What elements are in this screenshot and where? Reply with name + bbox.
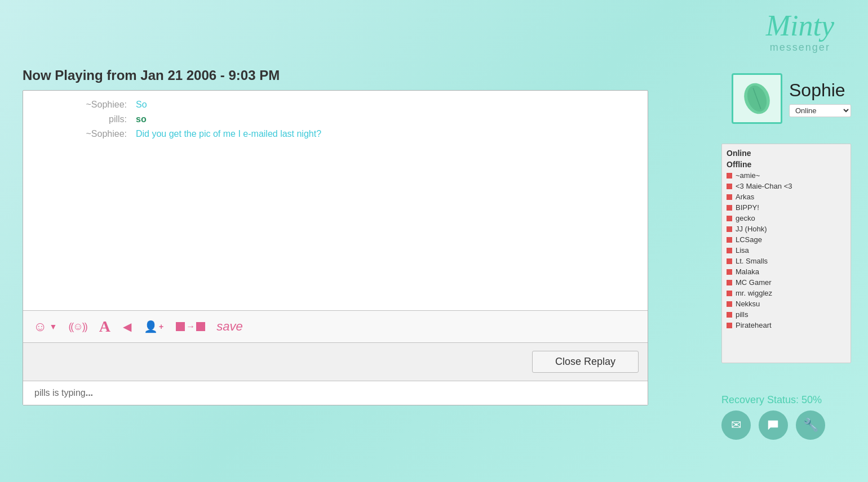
table-row: ~Sophiee: So [34,100,636,110]
contact-status-dot [727,323,732,328]
dropdown-arrow[interactable]: ▼ [50,322,57,331]
message-sender: pills: [34,114,136,124]
chat-messages: ~Sophiee: So pills: so ~Sophiee: Did you… [23,91,648,310]
mail-button[interactable]: ✉ [721,410,751,440]
contact-status-dot [727,205,732,211]
mute-button[interactable]: ◀ [122,319,132,334]
group-online-label: Online [722,148,851,159]
list-item[interactable]: BIPPY! [722,202,851,213]
message-sender: ~Sophiee: [34,100,136,110]
wrench-button[interactable]: 🔧 [796,410,825,440]
smiley-dropdown[interactable]: ☺ ▼ [32,318,57,336]
list-item[interactable]: mr. wigglez [722,288,851,298]
recovery-label: Recovery Status: 50% [721,394,851,406]
message-text: so [136,114,147,124]
contacts-panel: Online Offline ~amie~ <3 Maie-Chan <3 Ar… [721,144,851,363]
status-bar: pills is typing... [23,381,648,405]
list-item[interactable]: JJ (Hohk) [722,224,851,234]
contact-status-dot [727,301,732,307]
list-item[interactable]: Nekksu [722,298,851,309]
app-title: Minty [766,11,834,41]
plus-icon: + [159,322,163,331]
contact-status-dot [727,269,732,275]
message-text: So [136,100,147,110]
arrow-icon: → [186,322,195,332]
list-item[interactable]: Lisa [722,245,851,256]
contact-status-dot [727,216,732,221]
nudge-button[interactable]: ((☺)) [67,320,87,334]
avatar [732,73,782,124]
contact-status-dot [727,226,732,232]
main-area: Now Playing from Jan 21 2006 - 9:03 PM ~… [23,68,648,405]
contact-status-dot [727,280,732,285]
box-icon [176,322,185,331]
message-text: Did you get the pic of me I e-mailed las… [136,129,321,139]
contact-status-dot [727,184,732,189]
save-button[interactable]: save [216,319,242,334]
profile-name: Sophie [789,80,851,101]
font-button[interactable]: A [98,316,112,337]
app-subtitle: messenger [766,42,834,53]
contact-status-dot [727,237,732,243]
table-row: ~Sophiee: Did you get the pic of me I e-… [34,129,636,139]
list-item[interactable]: <3 Maie-Chan <3 [722,181,851,191]
list-item[interactable]: Malaka [722,266,851,277]
list-item[interactable]: pills [722,309,851,320]
group-offline-label: Offline [722,159,851,170]
table-row: pills: so [34,114,636,124]
recovery-section: Recovery Status: 50% ✉ 🔧 [721,394,851,440]
now-playing-label: Now Playing from Jan 21 2006 - 9:03 PM [23,68,648,83]
contact-status-dot [727,291,732,296]
profile-section: Sophie Online Away Busy Offline [732,73,851,124]
list-item[interactable]: Lt. Smalls [722,256,851,266]
file-transfer-button[interactable]: → [175,320,206,333]
contact-status-dot [727,248,732,253]
chat-icon [767,418,780,432]
contact-status-dot [727,173,732,178]
smiley-button[interactable]: ☺ [32,318,48,336]
leaf-icon [740,82,774,115]
list-item[interactable]: LCSage [722,234,851,245]
chat-button[interactable] [759,410,788,440]
close-replay-button[interactable]: Close Replay [532,351,639,373]
message-sender: ~Sophiee: [34,129,136,139]
typing-dots: ... [86,388,93,398]
list-item[interactable]: Arkas [722,191,851,202]
status-select[interactable]: Online Away Busy Offline [789,104,851,117]
close-replay-area: Close Replay [23,343,648,381]
contact-status-dot [727,258,732,264]
typing-status: pills is typing [34,388,86,398]
contact-status-dot [727,312,732,318]
list-item[interactable]: ~amie~ [722,170,851,181]
contact-status-dot [727,194,732,200]
list-item[interactable]: MC Gamer [722,277,851,288]
profile-info: Sophie Online Away Busy Offline [789,80,851,117]
bottom-icons: ✉ 🔧 [721,410,851,440]
chat-toolbar: ☺ ▼ ((☺)) A ◀ 👤 + → save [23,310,648,343]
list-item[interactable]: Pirateheart [722,320,851,331]
list-item[interactable]: gecko [722,213,851,224]
chat-window: ~Sophiee: So pills: so ~Sophiee: Did you… [23,90,648,405]
person-icon: 👤 [144,320,158,333]
box2-icon [196,322,205,331]
contacts-list: Online Offline ~amie~ <3 Maie-Chan <3 Ar… [722,144,851,363]
logo-area: Minty messenger [766,11,834,53]
add-contact-button[interactable]: 👤 + [143,319,165,334]
